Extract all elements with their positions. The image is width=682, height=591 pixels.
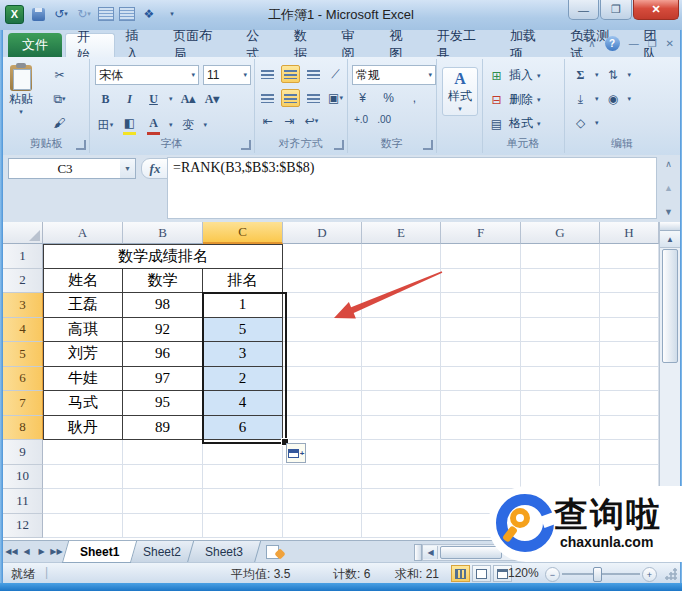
alignment-dialog-launcher[interactable] xyxy=(334,140,344,150)
maximize-button[interactable]: ❐ xyxy=(600,0,632,20)
select-all-corner[interactable] xyxy=(3,222,43,244)
fill-color-button[interactable]: ◧ xyxy=(121,115,138,135)
cell-H6[interactable] xyxy=(600,367,659,392)
column-header-A[interactable]: A xyxy=(43,222,123,244)
first-sheet-icon[interactable]: ◀◀ xyxy=(5,544,18,558)
paste-button[interactable]: 粘贴 ▾ xyxy=(9,65,33,116)
cell-E12[interactable] xyxy=(362,514,441,539)
font-name-combo[interactable]: 宋体▾ xyxy=(95,65,199,85)
chevron-down-icon[interactable]: ▾ xyxy=(169,95,173,103)
cell-C4[interactable]: 5 xyxy=(203,318,283,343)
cell-A7[interactable]: 马式 xyxy=(43,391,123,416)
merged-title-cell[interactable]: 数学成绩排名 xyxy=(43,244,283,269)
copy-icon[interactable]: ⧉▾ xyxy=(51,91,68,107)
percent-format-icon[interactable]: % xyxy=(380,90,397,106)
phonetic-guide-icon[interactable]: 变 xyxy=(180,117,197,133)
sheet-tab-Sheet1[interactable]: Sheet1 xyxy=(62,541,138,563)
column-header-G[interactable]: G xyxy=(521,222,600,244)
name-box-dropdown-icon[interactable]: ▼ xyxy=(120,158,136,179)
cell-G6[interactable] xyxy=(521,367,600,392)
cell-A2[interactable]: 姓名 xyxy=(43,269,123,294)
cut-icon[interactable]: ✂ xyxy=(51,67,68,83)
cell-B5[interactable]: 96 xyxy=(123,342,203,367)
cell-B3[interactable]: 98 xyxy=(123,293,203,318)
row-header-3[interactable]: 3 xyxy=(3,293,43,318)
cell-F2[interactable] xyxy=(441,269,521,294)
row-header-10[interactable]: 10 xyxy=(3,465,43,490)
cell-E2[interactable] xyxy=(362,269,441,294)
cell-G1[interactable] xyxy=(521,244,600,269)
zoom-level[interactable]: 120% xyxy=(508,566,539,580)
cell-D8[interactable] xyxy=(283,416,362,441)
delete-cells-button[interactable]: 删除 xyxy=(509,91,533,108)
italic-button[interactable]: I xyxy=(121,91,138,107)
insert-worksheet-button[interactable] xyxy=(264,543,284,559)
zoom-in-icon[interactable]: + xyxy=(642,567,657,582)
cell-G7[interactable] xyxy=(521,391,600,416)
chevron-down-icon[interactable]: ▾ xyxy=(169,121,173,129)
cell-F9[interactable] xyxy=(441,440,521,465)
sheet-tab-Sheet3[interactable]: Sheet3 xyxy=(187,541,261,563)
cell-E6[interactable] xyxy=(362,367,441,392)
currency-format-icon[interactable]: ¥ xyxy=(354,90,371,106)
resize-grip[interactable] xyxy=(664,567,678,581)
chevron-down-icon[interactable]: ▾ xyxy=(204,121,208,129)
cell-A9[interactable] xyxy=(43,440,123,465)
increase-decimal-icon[interactable]: +.0 xyxy=(354,114,368,125)
formula-input[interactable]: =RANK(B3,$B$3:$B$8) xyxy=(167,157,657,219)
vertical-split-handle[interactable] xyxy=(660,222,680,231)
column-header-B[interactable]: B xyxy=(123,222,203,244)
sort-filter-icon[interactable]: ⇅ xyxy=(605,67,622,83)
cell-E4[interactable] xyxy=(362,318,441,343)
zoom-thumb[interactable] xyxy=(593,567,602,582)
cell-G3[interactable] xyxy=(521,293,600,318)
column-header-E[interactable]: E xyxy=(362,222,441,244)
zoom-out-icon[interactable]: − xyxy=(545,567,560,582)
cell-C11[interactable] xyxy=(203,489,283,514)
formula-scroll-down-icon[interactable]: ▼ xyxy=(664,207,673,217)
decrease-decimal-icon[interactable]: .00 xyxy=(377,114,391,125)
help-icon[interactable]: ? xyxy=(605,36,620,51)
formula-scroll-up-icon[interactable]: ▲ xyxy=(664,183,673,193)
cell-H8[interactable] xyxy=(600,416,659,441)
cell-A5[interactable]: 刘芳 xyxy=(43,342,123,367)
cell-D7[interactable] xyxy=(283,391,362,416)
cell-D4[interactable] xyxy=(283,318,362,343)
last-sheet-icon[interactable]: ▶▶ xyxy=(50,544,63,558)
cell-E10[interactable] xyxy=(362,465,441,490)
row-header-1[interactable]: 1 xyxy=(3,244,43,269)
cell-F3[interactable] xyxy=(441,293,521,318)
clear-icon[interactable]: ◇ xyxy=(572,115,589,131)
column-header-C[interactable]: C xyxy=(203,222,283,244)
cell-C9[interactable] xyxy=(203,440,283,465)
cell-A8[interactable]: 耿丹 xyxy=(43,416,123,441)
cell-C10[interactable] xyxy=(203,465,283,490)
font-dialog-launcher[interactable] xyxy=(241,140,251,150)
cell-B11[interactable] xyxy=(123,489,203,514)
clipboard-dialog-launcher[interactable] xyxy=(76,140,86,150)
cell-G8[interactable] xyxy=(521,416,600,441)
cell-B7[interactable]: 95 xyxy=(123,391,203,416)
cell-C2[interactable]: 排名 xyxy=(203,269,283,294)
cell-E3[interactable] xyxy=(362,293,441,318)
align-middle-icon[interactable] xyxy=(281,65,300,83)
cell-E8[interactable] xyxy=(362,416,441,441)
ribbon-tab-视图[interactable]: 视图 xyxy=(378,33,426,57)
borders-icon[interactable]: 田▾ xyxy=(97,117,114,133)
ribbon-tab-公式[interactable]: 公式 xyxy=(235,33,283,57)
cell-D11[interactable] xyxy=(283,489,362,514)
cell-D3[interactable] xyxy=(283,293,362,318)
cell-C5[interactable]: 3 xyxy=(203,342,283,367)
cell-H5[interactable] xyxy=(600,342,659,367)
close-button[interactable]: ✕ xyxy=(633,0,679,20)
name-box[interactable]: C3 xyxy=(8,158,122,179)
ribbon-tab-加载项[interactable]: 加载项 xyxy=(499,33,559,57)
cell-H4[interactable] xyxy=(600,318,659,343)
cell-E7[interactable] xyxy=(362,391,441,416)
number-dialog-launcher[interactable] xyxy=(423,140,433,150)
cell-B4[interactable]: 92 xyxy=(123,318,203,343)
vertical-scroll-thumb[interactable] xyxy=(662,249,678,363)
cell-E11[interactable] xyxy=(362,489,441,514)
cell-B6[interactable]: 97 xyxy=(123,367,203,392)
row-header-12[interactable]: 12 xyxy=(3,514,43,539)
